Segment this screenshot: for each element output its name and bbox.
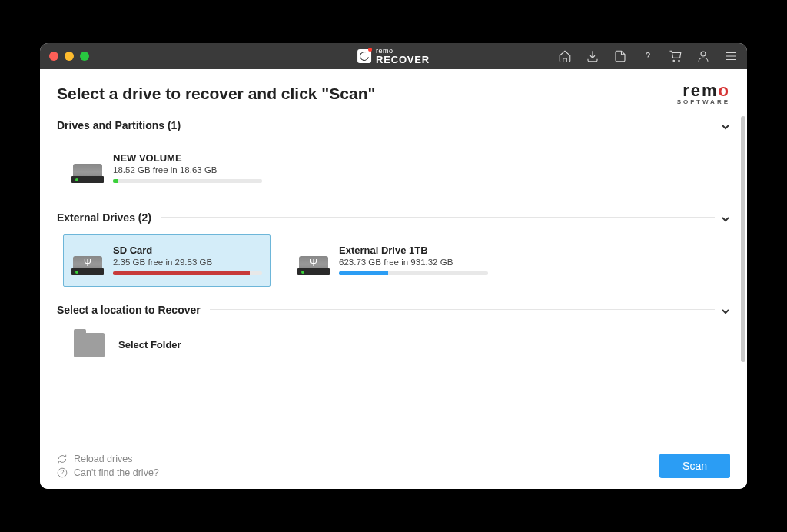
content-area: Select a drive to recover and click "Sca… xyxy=(40,69,747,489)
save-icon[interactable] xyxy=(613,49,627,63)
question-icon xyxy=(57,467,68,478)
help-icon[interactable] xyxy=(641,49,655,63)
section-location-header[interactable]: Select a location to Recover xyxy=(57,304,730,316)
scrollbar[interactable] xyxy=(741,116,745,362)
menu-icon[interactable] xyxy=(724,49,738,63)
drive-card-external-1tb[interactable]: Ψ External Drive 1TB 623.73 GB free in 9… xyxy=(289,234,496,287)
cart-icon[interactable] xyxy=(669,49,682,63)
drive-card-new-volume[interactable]: NEW VOLUME 18.52 GB free in 18.63 GB xyxy=(63,142,271,195)
window-controls xyxy=(49,52,89,61)
svg-point-2 xyxy=(701,52,706,56)
hdd-icon xyxy=(71,152,104,183)
page-header: Select a drive to recover and click "Sca… xyxy=(40,69,747,116)
section-location-title: Select a location to Recover xyxy=(57,304,201,316)
external-drives-row: Ψ SD Card 2.35 GB free in 29.53 GB Ψ Ext… xyxy=(57,234,730,287)
close-button[interactable] xyxy=(49,52,58,61)
section-drives-title: Drives and Partitions (1) xyxy=(57,119,181,131)
section-external-header[interactable]: External Drives (2) xyxy=(57,211,730,224)
svg-point-1 xyxy=(679,60,680,62)
chevron-down-icon xyxy=(721,213,730,222)
drive-name: SD Card xyxy=(113,244,262,256)
drive-list-scroll[interactable]: Drives and Partitions (1) NEW VOLUME 18.… xyxy=(40,116,747,444)
hdd-icon: Ψ xyxy=(297,244,330,275)
drive-name: External Drive 1TB xyxy=(339,244,488,256)
app-logo: remo RECOVER xyxy=(357,48,430,65)
drive-subtitle: 2.35 GB free in 29.53 GB xyxy=(113,258,262,267)
home-icon[interactable] xyxy=(558,49,572,63)
reload-icon xyxy=(57,454,68,464)
drive-subtitle: 623.73 GB free in 931.32 GB xyxy=(339,258,488,267)
drive-card-sd-card[interactable]: Ψ SD Card 2.35 GB free in 29.53 GB xyxy=(63,234,271,287)
svg-point-0 xyxy=(673,60,675,62)
brand-logo: remo SOFTWARE xyxy=(677,83,730,105)
internal-drives-row: NEW VOLUME 18.52 GB free in 18.63 GB xyxy=(57,142,730,195)
fullscreen-button[interactable] xyxy=(80,52,89,61)
hdd-icon: Ψ xyxy=(71,244,104,275)
drive-name: NEW VOLUME xyxy=(113,152,262,164)
download-icon[interactable] xyxy=(586,49,599,63)
logo-line2: RECOVER xyxy=(376,55,430,65)
minimize-button[interactable] xyxy=(65,52,74,61)
footer: Reload drives Can't find the drive? Scan xyxy=(40,444,747,489)
user-icon[interactable] xyxy=(696,49,710,63)
select-folder-label: Select Folder xyxy=(118,339,181,351)
section-external-title: External Drives (2) xyxy=(57,211,151,224)
section-drives-header[interactable]: Drives and Partitions (1) xyxy=(57,119,730,131)
scan-button[interactable]: Scan xyxy=(659,454,730,478)
brand-subtitle: SOFTWARE xyxy=(677,98,730,105)
select-folder-button[interactable]: Select Folder xyxy=(63,327,192,364)
app-window: remo RECOVER Select a drive to recover a… xyxy=(40,43,747,489)
drive-subtitle: 18.52 GB free in 18.63 GB xyxy=(113,165,262,175)
cant-find-drive-link[interactable]: Can't find the drive? xyxy=(57,467,159,478)
reload-drives-link[interactable]: Reload drives xyxy=(57,454,159,464)
recover-icon xyxy=(357,49,371,63)
folder-icon xyxy=(74,333,105,357)
chevron-down-icon xyxy=(721,305,730,314)
titlebar: remo RECOVER xyxy=(40,43,747,69)
location-row: Select Folder xyxy=(57,327,730,364)
titlebar-actions xyxy=(558,49,738,63)
page-title: Select a drive to recover and click "Sca… xyxy=(57,85,375,103)
chevron-down-icon xyxy=(721,121,730,130)
